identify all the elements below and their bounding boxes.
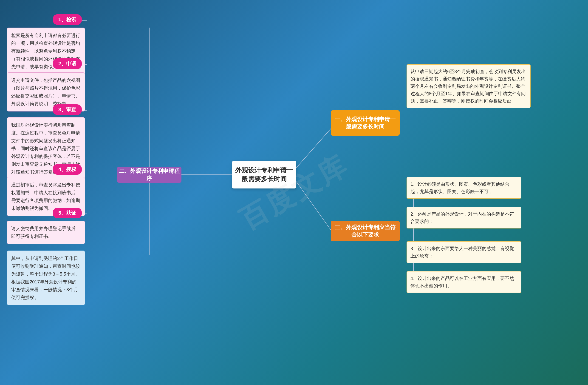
left-label-3: 3、审查 — [53, 104, 82, 115]
left-label-2: 2、申请 — [53, 58, 82, 69]
left-label-4: 4、授权 — [53, 164, 82, 175]
svg-line-17 — [296, 129, 331, 168]
right-sub-r2-3: 3、设计出来的东西要给人一种美丽的感觉，有视觉上的欣赏； — [407, 241, 521, 263]
left-content-6: 其中，从申请到受理约2个工作日便可收到受理通知，审查时间也较为短暂，整个过程为3… — [7, 250, 85, 305]
left-main-node: 二、外观设计专利申请程序 — [117, 167, 181, 183]
right-sub-r1: 从申请日期起大约6至8个月完成初查，会收到专利局发出的授权通知书，通知缴纳证书费… — [407, 64, 531, 108]
left-label-1: 1、检索 — [53, 14, 82, 25]
right-sub-r2-2: 2、必须是产品的外形设计，对于内在的构造是不符合要求的； — [407, 207, 521, 228]
right-sub-r2-4: 4、设计出来的产品可以在工业方面有应用，要不然体现不出他的作用。 — [407, 271, 521, 293]
left-content-5: 请人缴纳费用并办理登记手续后，即可获得专利证书。 — [7, 221, 85, 244]
right-main-node-1: 一、外观设计专利申请一般需要多长时间 — [331, 110, 400, 136]
right-main-node-2: 三、外观设计专利应当符合以下要求 — [331, 221, 400, 241]
svg-line-18 — [296, 181, 331, 230]
right-sub-r2-1: 1、设计必须是由形状、图案、色彩或者其他结合一起，尤其是形状、图案、色彩缺一不可… — [407, 177, 521, 199]
center-node: 外观设计专利申请一般需要多长时间 — [232, 161, 296, 188]
left-label-5: 5、获证 — [53, 208, 82, 218]
